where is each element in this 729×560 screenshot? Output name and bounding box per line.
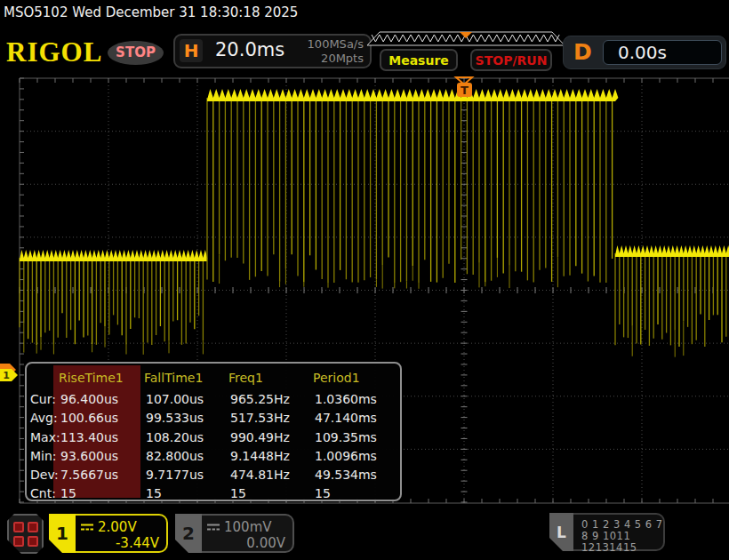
measure-row-label: Cur: <box>28 390 59 409</box>
channel1-position-marker[interactable]: 1 <box>0 364 18 381</box>
measure-value: 9.1448Hz <box>228 447 313 466</box>
measure-row-label: Dev: <box>28 466 59 484</box>
channel2-scale: 100mV <box>224 519 272 535</box>
trigger-marker-label: T <box>461 84 469 97</box>
measure-value: 474.81Hz <box>228 466 313 484</box>
measure-value: 15 <box>313 484 397 501</box>
measure-value: 15 <box>59 484 144 501</box>
logic-analyzer-badge[interactable]: L 0 1 2 3 4 5 6 7 8 9 1011 12131415 <box>549 513 665 551</box>
logic-label: L <box>549 513 573 551</box>
logic-channels: 0 1 2 3 4 5 6 7 8 9 1011 12131415 <box>573 513 665 551</box>
measure-value: 108.20us <box>144 428 228 447</box>
measure-col-header[interactable]: RiseTime1 <box>59 367 144 390</box>
channel2-info: 100mV 0.00V <box>202 514 294 553</box>
waveform-top-band <box>207 89 618 101</box>
channel1-number: 1 <box>49 514 76 553</box>
measure-row-label: Avg: <box>28 409 59 428</box>
menu-icon-square <box>13 522 24 532</box>
menu-icon-square <box>28 522 38 532</box>
measure-value: 1.0096ms <box>313 447 397 466</box>
measure-value: 107.00us <box>144 390 228 409</box>
channel1-marker-label: 1 <box>3 370 10 381</box>
measure-row-label: Min: <box>28 447 59 466</box>
measure-value: 9.7177us <box>144 466 228 484</box>
measure-col-header[interactable]: Period1 <box>313 367 397 390</box>
waveform-top-band <box>615 245 729 257</box>
measurement-table: RiseTime1FallTime1Freq1Period1Cur:96.400… <box>28 367 397 501</box>
dc-coupling-icon <box>81 523 93 532</box>
measure-row-label: Cnt: <box>28 484 59 501</box>
measure-value: 82.800us <box>144 447 228 466</box>
logic-row-8-15: 8 9 1011 12131415 <box>581 531 663 554</box>
measure-value: 109.35ms <box>313 428 397 447</box>
measure-value: 113.40us <box>59 428 144 447</box>
measure-row-label: Max: <box>28 428 59 447</box>
channel1-offset: -3.44V <box>81 535 159 551</box>
channel1-badge[interactable]: 1 2.00V -3.44V <box>49 514 168 553</box>
measure-value: 49.534ms <box>313 466 397 484</box>
channel2-number: 2 <box>175 514 202 553</box>
measure-col-header[interactable]: FallTime1 <box>144 367 228 390</box>
measure-value: 15 <box>228 484 313 501</box>
measurement-panel: RiseTime1FallTime1Freq1Period1Cur:96.400… <box>25 362 402 501</box>
oscilloscope-screen: MSO5102 Wed December 31 18:30:18 2025 RI… <box>0 0 729 560</box>
menu-icon-square <box>13 536 24 547</box>
measure-value: 517.53Hz <box>228 409 313 428</box>
channel2-badge[interactable]: 2 100mV 0.00V <box>175 514 294 553</box>
menu-icon-square <box>28 536 38 547</box>
measure-value: 990.49Hz <box>228 428 313 447</box>
waveform-top-band <box>20 250 207 261</box>
dc-coupling-icon <box>207 523 220 532</box>
measure-corner-cell <box>28 367 59 390</box>
measure-value: 965.25Hz <box>228 390 313 409</box>
measure-value: 15 <box>144 484 228 501</box>
channel1-scale: 2.00V <box>98 519 137 535</box>
measure-value: 47.140ms <box>313 409 397 428</box>
measure-value: 100.66us <box>59 409 144 428</box>
channel2-offset: 0.00V <box>207 535 285 551</box>
measure-value: 93.600us <box>59 447 144 466</box>
measure-value: 7.5667us <box>59 466 144 484</box>
measure-value: 1.0360ms <box>313 390 397 409</box>
measure-col-header[interactable]: Freq1 <box>228 367 313 390</box>
measure-value: 99.533us <box>144 409 228 428</box>
channel1-info: 2.00V -3.44V <box>76 514 168 553</box>
measure-value: 96.400us <box>59 390 144 409</box>
waveform-ch1 <box>20 89 729 357</box>
